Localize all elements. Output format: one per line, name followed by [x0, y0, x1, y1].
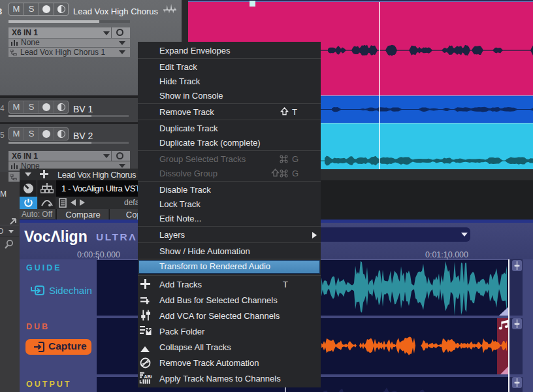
svg-text:ABC: ABC [144, 374, 152, 380]
